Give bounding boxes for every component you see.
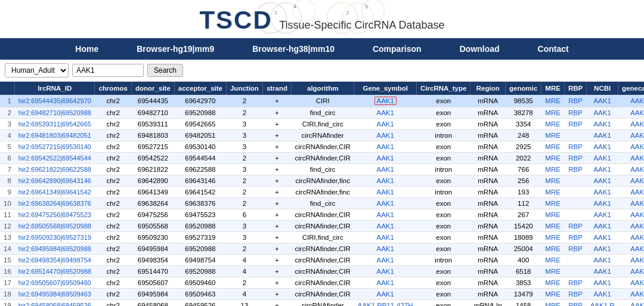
mre-cell[interactable]: MRE — [541, 95, 565, 107]
circrna-id[interactable]: hir2:69621822|69622588 — [15, 164, 95, 175]
circrna-id[interactable]: hir2:69641349|69641542 — [15, 187, 95, 198]
ncbi-cell[interactable]: AAK1 — [587, 243, 618, 255]
search-input[interactable] — [72, 64, 144, 77]
circrna-id[interactable]: hir2:69638264|69638376 — [15, 198, 95, 209]
nav-browser-hg19[interactable]: Browser-hg19|mm9 — [117, 38, 233, 60]
genecards-cell[interactable]: AAK1 — [618, 255, 644, 266]
rbp-cell[interactable]: RBP — [564, 277, 586, 289]
mre-cell[interactable]: MRE — [541, 221, 565, 232]
circrna-id[interactable]: hir2:69514470|69520988 — [15, 266, 95, 277]
rbp-cell[interactable] — [564, 266, 586, 277]
gene-symbol-cell[interactable]: AAK1 — [354, 95, 417, 107]
mre-cell[interactable]: MRE — [541, 119, 565, 130]
rbp-cell[interactable]: RBP — [564, 232, 586, 243]
mre-cell[interactable]: MRE — [541, 107, 565, 119]
ncbi-cell[interactable]: AAK1 — [587, 95, 618, 107]
gene-symbol-cell[interactable]: AAK1 — [354, 266, 417, 277]
gene-symbol-cell[interactable]: AAK1 — [354, 175, 417, 187]
circrna-id[interactable]: hir2:69458068|69459526 — [15, 300, 95, 307]
mre-cell[interactable]: MRE — [541, 266, 565, 277]
ncbi-cell[interactable]: AAK1 — [587, 107, 618, 119]
genecards-cell[interactable]: AAK1 — [618, 153, 644, 164]
genecards-cell[interactable]: AAK1 — [618, 289, 644, 300]
rbp-cell[interactable] — [564, 130, 586, 141]
gene-symbol-cell[interactable]: AAK1 — [354, 209, 417, 221]
circrna-id[interactable]: hir2:69542522|69544544 — [15, 153, 95, 164]
rbp-cell[interactable]: RBP — [564, 243, 586, 255]
rbp-cell[interactable] — [564, 187, 586, 198]
genecards-cell[interactable]: AAK1 — [618, 243, 644, 255]
gene-symbol-cell[interactable]: AAK1 — [354, 187, 417, 198]
ncbi-cell[interactable]: AAK1 — [587, 221, 618, 232]
rbp-cell[interactable]: RBP — [564, 141, 586, 153]
circrna-id[interactable]: hir2:69498354|69498754 — [15, 255, 95, 266]
ncbi-cell[interactable]: AAK1 — [587, 164, 618, 175]
genecards-cell[interactable]: AAK1 — [618, 130, 644, 141]
gene-symbol-cell[interactable]: AAK1 — [354, 277, 417, 289]
nav-comparison[interactable]: Comparison — [354, 38, 441, 60]
gene-symbol-cell[interactable]: AAK1 — [354, 164, 417, 175]
genecards-cell[interactable]: AAK1 — [618, 198, 644, 209]
ncbi-cell[interactable]: AAK1 — [587, 232, 618, 243]
mre-cell[interactable]: MRE — [541, 175, 565, 187]
circrna-id[interactable]: hir2:69642890|69643146 — [15, 175, 95, 187]
circrna-id[interactable]: hir2:69539311|69542665 — [15, 119, 95, 130]
rbp-cell[interactable] — [564, 175, 586, 187]
mre-cell[interactable]: MRE — [541, 141, 565, 153]
gene-symbol-cell[interactable]: AAK1 — [354, 255, 417, 266]
ncbi-cell[interactable]: AAK1 — [587, 255, 618, 266]
mre-cell[interactable]: MRE — [541, 289, 565, 300]
mre-cell[interactable]: MRE — [541, 187, 565, 198]
genecards-cell[interactable]: AAK1 — [618, 232, 644, 243]
ncbi-cell[interactable]: AAK1 — [587, 175, 618, 187]
species-select[interactable]: Human_Adult Human_Fetal Mouse_Adult Mous… — [5, 63, 69, 78]
circrna-id[interactable]: hir2:69495984|69520988 — [15, 243, 95, 255]
ncbi-cell[interactable]: AAK1 — [587, 198, 618, 209]
gene-symbol-cell[interactable]: AAK1 — [354, 289, 417, 300]
gene-symbol-cell[interactable]: AAK1 — [354, 141, 417, 153]
circrna-id[interactable]: hir2:69505568|69520988 — [15, 221, 95, 232]
mre-cell[interactable]: MRE — [541, 300, 565, 307]
ncbi-cell[interactable]: AAK1 — [587, 119, 618, 130]
gene-symbol-cell[interactable]: AAK1 — [354, 130, 417, 141]
rbp-cell[interactable] — [564, 198, 586, 209]
gene-symbol-cell[interactable]: AAK1 — [354, 232, 417, 243]
ncbi-cell[interactable]: AAK1 — [587, 141, 618, 153]
rbp-cell[interactable]: RBP — [564, 221, 586, 232]
genecards-cell[interactable]: AAK1 — [618, 209, 644, 221]
genecards-cell[interactable]: AAK1 — [618, 187, 644, 198]
rbp-cell[interactable] — [564, 209, 586, 221]
search-button[interactable]: Search — [147, 64, 183, 77]
gene-symbol-cell[interactable]: AAK1 — [354, 107, 417, 119]
gene-symbol-cell[interactable]: AAK1 — [354, 153, 417, 164]
ncbi-cell[interactable]: AAK1 — [587, 266, 618, 277]
genecards-cell[interactable]: AAK1 — [618, 300, 644, 307]
circrna-id[interactable]: hir2:69509230|69527319 — [15, 232, 95, 243]
ncbi-cell[interactable]: AAK1,R — [587, 300, 618, 307]
genecards-cell[interactable]: AAK1 — [618, 164, 644, 175]
mre-cell[interactable]: MRE — [541, 130, 565, 141]
nav-download[interactable]: Download — [441, 38, 519, 60]
genecards-cell[interactable]: AAK1 — [618, 95, 644, 107]
circrna-id[interactable]: hir2:69481803|69482051 — [15, 130, 95, 141]
mre-cell[interactable]: MRE — [541, 255, 565, 266]
genecards-cell[interactable]: AAK1 — [618, 107, 644, 119]
mre-cell[interactable]: MRE — [541, 277, 565, 289]
rbp-cell[interactable]: RBP — [564, 95, 586, 107]
genecards-cell[interactable]: AAK1 — [618, 221, 644, 232]
mre-cell[interactable]: MRE — [541, 198, 565, 209]
circrna-id[interactable]: hir2:69475256|69475523 — [15, 209, 95, 221]
rbp-cell[interactable]: RBP — [564, 300, 586, 307]
mre-cell[interactable]: MRE — [541, 153, 565, 164]
ncbi-cell[interactable]: AAK1 — [587, 209, 618, 221]
mre-cell[interactable]: MRE — [541, 243, 565, 255]
genecards-cell[interactable]: AAK1 — [618, 175, 644, 187]
gene-symbol-cell[interactable]: AAK1 — [354, 243, 417, 255]
rbp-cell[interactable]: RBP — [564, 119, 586, 130]
genecards-cell[interactable]: AAK1 — [618, 141, 644, 153]
gene-symbol-cell[interactable]: AAK1 — [354, 119, 417, 130]
rbp-cell[interactable]: RBP — [564, 107, 586, 119]
genecards-cell[interactable]: AAK1 — [618, 266, 644, 277]
ncbi-cell[interactable]: AAK1 — [587, 153, 618, 164]
nav-contact[interactable]: Contact — [519, 38, 588, 60]
